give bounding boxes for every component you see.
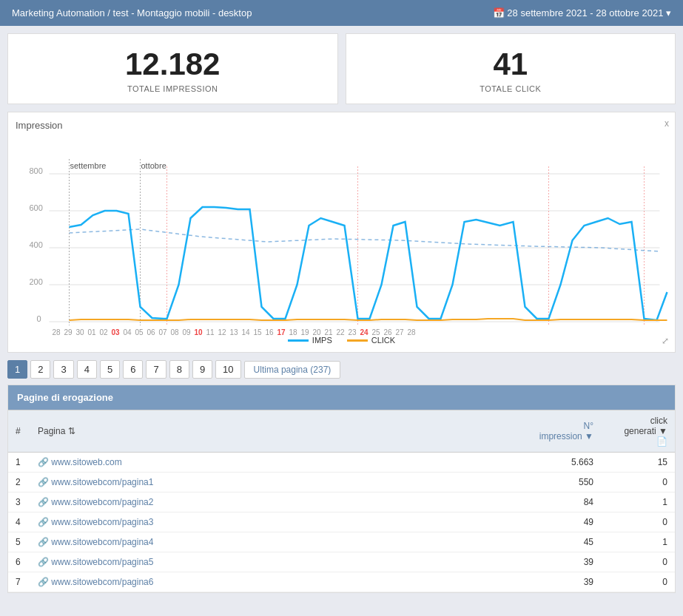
col-page[interactable]: Pagina ⇅ [30,410,512,453]
table-row: 3 🔗 www.sitowebcom/pagina2 84 1 [8,493,675,512]
row-impressions: 550 [512,473,601,493]
svg-text:30: 30 [76,328,85,336]
pagine-table: # Pagina ⇅ N°impression ▼ clickgenerati … [8,410,675,592]
table-row: 1 🔗 www.sitoweb.com 5.663 15 [8,453,675,473]
svg-text:17: 17 [277,328,286,336]
svg-text:27: 27 [396,328,405,336]
pagination: 1 2 3 4 5 6 7 8 9 10 Ultima pagina (237) [7,360,676,379]
export-icon[interactable]: 📄 [656,436,667,447]
svg-text:28: 28 [408,328,417,336]
row-clicks: 1 [601,493,675,512]
page-btn-4[interactable]: 4 [77,360,97,379]
page-btn-10[interactable]: 10 [215,360,240,379]
last-page-button[interactable]: Ultima pagina (237) [244,361,341,379]
url-link[interactable]: www.sitowebcom/pagina4 [51,537,153,547]
chart-container: Impression x 0 200 400 600 800 settembre… [7,112,676,353]
svg-text:13: 13 [230,328,239,336]
row-url: 🔗 www.sitowebcom/pagina4 [30,532,512,552]
svg-text:14: 14 [242,328,251,336]
svg-text:07: 07 [159,328,168,336]
chart-legend: IMPS CLICK [16,336,667,345]
chart-close-button[interactable]: x [665,118,669,129]
page-btn-7[interactable]: 7 [146,360,166,379]
link-icon[interactable]: 🔗 [38,477,49,487]
svg-text:01: 01 [88,328,97,336]
table-row: 6 🔗 www.sitowebcom/pagina5 39 0 [8,552,675,572]
page-btn-5[interactable]: 5 [100,360,120,379]
svg-text:ottobre: ottobre [141,161,166,170]
page-btn-3[interactable]: 3 [53,360,73,379]
impressions-card: 12.182 TOTALE IMPRESSION [7,33,338,104]
legend-click: CLICK [347,336,395,345]
url-link[interactable]: www.sitowebcom/pagina2 [51,497,153,507]
impressions-label: TOTALE IMPRESSION [16,84,330,93]
page-btn-6[interactable]: 6 [123,360,143,379]
url-link[interactable]: www.sitoweb.com [51,457,121,467]
svg-text:12: 12 [218,328,227,336]
header-title: Marketing Automation / test - Montaggio … [12,7,252,18]
svg-text:08: 08 [171,328,180,336]
svg-text:200: 200 [30,277,43,286]
page-btn-2[interactable]: 2 [30,360,50,379]
row-impressions: 84 [512,493,601,512]
legend-imps: IMPS [288,336,332,345]
row-url: 🔗 www.sitowebcom/pagina1 [30,473,512,493]
svg-text:400: 400 [30,240,43,249]
row-url: 🔗 www.sitowebcom/pagina6 [30,572,512,592]
url-link[interactable]: www.sitowebcom/pagina1 [51,477,153,487]
row-num: 2 [8,473,30,493]
svg-text:10: 10 [195,328,203,336]
url-link[interactable]: www.sitowebcom/pagina6 [51,577,153,587]
col-impressions[interactable]: N°impression ▼ [512,410,601,453]
header-date-range: 📅 28 settembre 2021 - 28 ottobre 2021 ▾ [493,7,671,18]
page-sort-icon: ⇅ [68,426,75,436]
row-impressions: 5.663 [512,453,601,473]
link-icon[interactable]: 🔗 [38,497,49,507]
url-link[interactable]: www.sitowebcom/pagina3 [51,517,153,527]
table-row: 7 🔗 www.sitowebcom/pagina6 39 0 [8,572,675,592]
imps-legend-label: IMPS [312,336,332,345]
main-content: 12.182 TOTALE IMPRESSION 41 TOTALE CLICK… [0,26,683,600]
table-row: 2 🔗 www.sitowebcom/pagina1 550 0 [8,473,675,493]
calendar-icon: 📅 [493,7,508,18]
svg-text:03: 03 [112,328,121,336]
clicks-label: TOTALE CLICK [354,84,668,93]
table-col-headers: # Pagina ⇅ N°impression ▼ clickgenerati … [8,410,675,453]
page-btn-9[interactable]: 9 [192,360,212,379]
svg-text:04: 04 [124,328,132,336]
page-btn-8[interactable]: 8 [169,360,189,379]
link-icon[interactable]: 🔗 [38,457,49,467]
imps-legend-line [288,339,309,342]
svg-text:28: 28 [53,328,61,336]
row-clicks: 15 [601,453,675,473]
row-num: 6 [8,552,30,572]
svg-text:600: 600 [30,203,43,212]
table-row: 4 🔗 www.sitowebcom/pagina3 49 0 [8,512,675,532]
page-btn-1[interactable]: 1 [7,360,27,379]
svg-text:800: 800 [30,166,43,175]
svg-text:settembre: settembre [70,161,107,170]
row-clicks: 1 [601,532,675,552]
link-icon[interactable]: 🔗 [38,517,49,527]
chart-title: Impression [16,120,667,131]
link-icon[interactable]: 🔗 [38,537,49,547]
table-section-title: Pagine di erogazione [17,392,113,403]
svg-text:15: 15 [254,328,263,336]
impressions-sort-icon: ▼ [585,431,593,441]
row-num: 1 [8,453,30,473]
clicks-card: 41 TOTALE CLICK [346,33,676,104]
header-bar: Marketing Automation / test - Montaggio … [0,0,683,26]
col-num: # [8,410,30,453]
col-clicks[interactable]: clickgenerati ▼ 📄 [601,410,675,453]
url-link[interactable]: www.sitowebcom/pagina5 [51,557,153,567]
svg-text:05: 05 [135,328,144,336]
svg-text:0: 0 [37,314,41,323]
link-icon[interactable]: 🔗 [38,557,49,567]
row-clicks: 0 [601,552,675,572]
link-icon[interactable]: 🔗 [38,577,49,587]
row-num: 3 [8,493,30,512]
row-impressions: 39 [512,572,601,592]
svg-text:09: 09 [183,328,192,336]
clicks-sort-icon: ▼ [659,426,667,436]
chart-expand-button[interactable]: ⤢ [662,336,669,346]
